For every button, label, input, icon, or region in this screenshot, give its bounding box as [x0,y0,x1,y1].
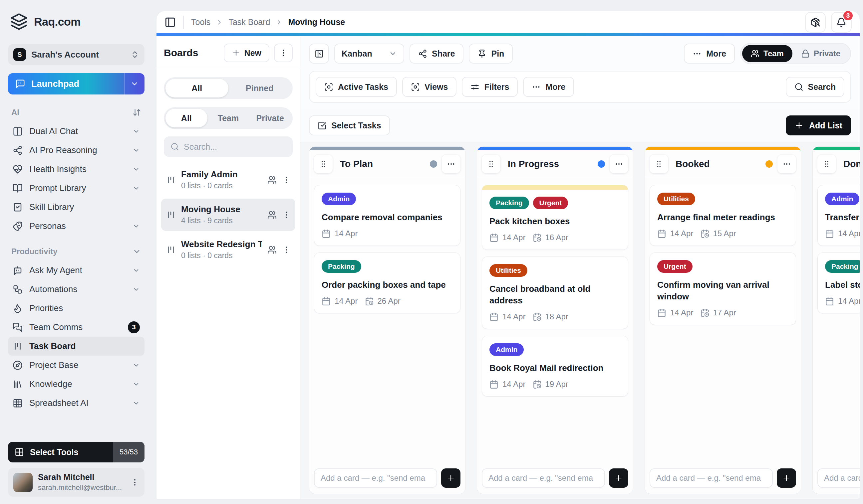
network-icon [13,145,23,155]
tab-private[interactable]: Private [249,109,291,127]
boards-menu-button[interactable] [274,43,293,62]
sidebar-item-skill-library[interactable]: Skill Library [8,198,145,217]
share-button[interactable]: Share [410,43,463,64]
view-select-value: Kanban [342,49,372,59]
new-board-button[interactable]: New [224,43,270,62]
package-search-button[interactable] [805,12,826,33]
board-item-moving-house[interactable]: Moving House 4 lists · 9 cards [161,198,295,231]
add-card-button[interactable] [609,468,628,488]
column-title: Done [841,159,860,169]
column-drag-handle[interactable] [314,155,333,173]
sidebar-item-dual-ai-chat[interactable]: Dual AI Chat [8,122,145,141]
card-arrange-final-meter-readings[interactable]: Utilities Arrange final meter readings 1… [650,185,796,246]
card-pack-kitchen-boxes[interactable]: PackingUrgent Pack kitchen boxes 14 Apr … [482,185,628,250]
user-profile[interactable]: Sarah Mitchell sarah.mitchell@westbur... [8,468,145,497]
sidebar-item-knowledge[interactable]: Knowledge [8,375,145,393]
toggle-private[interactable]: Private [792,45,849,62]
sidebar-item-project-base[interactable]: Project Base [8,356,145,375]
calendar-icon [322,229,330,238]
sidebar-item-priorities[interactable]: Priorities [8,299,145,318]
sidebar-item-personas[interactable]: Personas [8,217,145,235]
tab-all[interactable]: All [165,79,228,98]
column-drag-handle[interactable] [817,155,836,173]
card-cancel-broadband-at-old-address[interactable]: Utilities Cancel broadband at old addres… [482,257,628,329]
card-book-royal-mail-redirection[interactable]: Admin Book Royal Mail redirection 14 Apr… [482,336,628,397]
launchpad-expand-button[interactable] [125,73,145,94]
add-card-button[interactable] [441,468,461,488]
chevron-down-icon [133,267,140,274]
card-label-stor[interactable]: Packing Label stor 14 Apr [817,253,860,313]
heart-pulse-icon [13,164,23,174]
tab-all[interactable]: All [165,109,208,127]
sidebar-item-task-board[interactable]: Task Board [8,337,145,356]
views-button[interactable]: Views [402,77,456,97]
kanban-icon [166,175,176,185]
notifications-button[interactable]: 3 [831,12,852,33]
library-icon [13,379,23,389]
sidebar-item-automations[interactable]: Automations [8,280,145,299]
collapse-panel-button[interactable] [309,43,329,64]
active-tasks-button[interactable]: Active Tasks [316,77,397,97]
add-card-button[interactable] [777,468,796,488]
board-name: Website Redesign Ta... [181,239,262,249]
column-menu-button[interactable] [777,155,796,173]
add-card-input[interactable] [817,468,860,488]
kebab-menu-icon[interactable] [282,210,291,219]
kebab-menu-icon[interactable] [282,246,291,254]
sidebar-item-ai-pro-reasoning[interactable]: AI Pro Reasoning [8,141,145,160]
compass-icon [13,360,23,370]
board-item-website-redesign-ta[interactable]: Website Redesign Ta... 0 lists · 0 cards [161,234,295,266]
chevron-down-icon[interactable] [133,247,141,256]
column-status-dot [598,160,605,168]
due-date: 16 Apr [545,233,568,242]
filters-label: Filters [484,82,509,92]
launchpad-button[interactable]: Launchpad [8,73,145,94]
breadcrumb-task-board[interactable]: Task Board [228,17,270,27]
sidebar-item-health-insights[interactable]: Health Insights [8,160,145,179]
badge-packing: Packing [825,260,860,273]
add-card-input[interactable] [314,468,437,488]
tab-team[interactable]: Team [208,109,249,127]
breadcrumb-tools[interactable]: Tools [191,17,210,27]
board-actions-row: Select Tasks Add List [300,109,860,142]
sidebar-item-team-comms[interactable]: Team Comms 3 [8,318,145,337]
due-date-group: 17 Apr [701,308,736,318]
sort-icon[interactable] [133,108,141,117]
card-order-packing-boxes-and-tape[interactable]: Packing Order packing boxes and tape 14 … [314,253,461,313]
filters-button[interactable]: Filters [462,77,518,97]
filters-more-button[interactable]: More [523,77,574,97]
card-compare-removal-companies[interactable]: Admin Compare removal companies 14 Apr [314,185,461,246]
card-transfer-c[interactable]: Admin Transfer c 14 Apr [817,185,860,246]
add-card-input[interactable] [650,468,773,488]
column-drag-handle[interactable] [482,155,500,173]
masks-icon [13,221,23,231]
board-list: Family Admin 0 lists · 0 cards Moving Ho… [161,164,295,492]
column-menu-button[interactable] [442,155,461,173]
column-menu-button[interactable] [610,155,628,173]
search-button[interactable]: Search [786,77,845,97]
tab-pinned[interactable]: Pinned [228,79,291,98]
select-tasks-button[interactable]: Select Tasks [309,115,390,135]
boards-search-input[interactable] [184,142,286,152]
card-confirm-moving-van-arrival-window[interactable]: Urgent Confirm moving van arrival window… [650,253,796,325]
sidebar-item-prompt-library[interactable]: Prompt Library [8,179,145,198]
view-select[interactable]: Kanban [334,43,404,64]
pin-button[interactable]: Pin [469,43,513,64]
select-tools-button[interactable]: Select Tools 53/53 [8,442,145,462]
add-card-input[interactable] [482,468,605,488]
column-header: Booked [645,150,801,178]
column-drag-handle[interactable] [650,155,668,173]
due-date-group: 16 Apr [533,233,568,242]
account-switcher[interactable]: S Sarah's Account [8,44,145,65]
kebab-menu-icon[interactable] [282,176,291,184]
kebab-menu-icon[interactable] [130,478,139,487]
toggle-team[interactable]: Team [742,45,792,62]
add-list-button[interactable]: Add List [786,115,851,135]
chevron-down-icon [133,166,140,173]
sidebar-toggle-icon[interactable] [164,17,176,28]
sidebar-item-ask-my-agent[interactable]: Ask My Agent [8,261,145,280]
more-button[interactable]: More [684,43,735,64]
sidebar-item-spreadsheet-ai[interactable]: Spreadsheet AI [8,393,145,413]
board-main: Kanban Share Pin More [300,36,860,499]
board-item-family-admin[interactable]: Family Admin 0 lists · 0 cards [161,164,295,196]
